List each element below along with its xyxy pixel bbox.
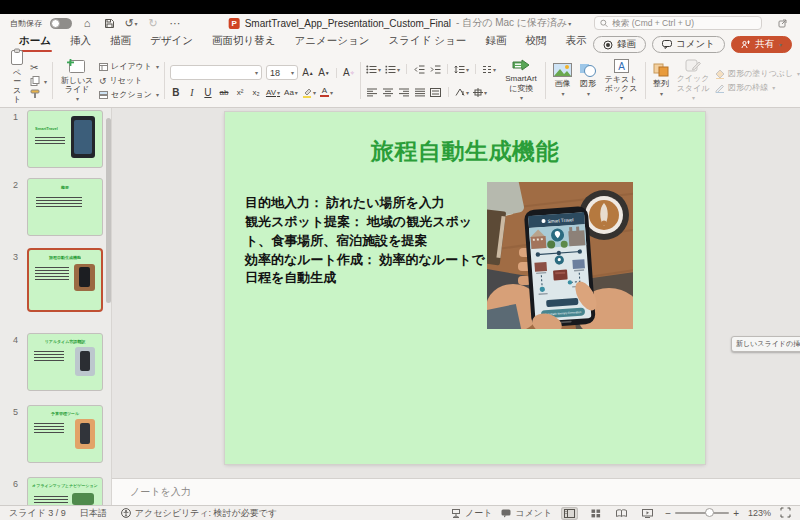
zoom-level-button[interactable]: 123% <box>748 508 771 518</box>
slide-canvas[interactable]: 旅程自動生成機能 目的地入力： 訪れたい場所を入力 観光スポット提案： 地域の観… <box>225 112 705 464</box>
search-input[interactable] <box>612 18 756 28</box>
highlight-color-button[interactable] <box>302 86 316 99</box>
columns-button[interactable] <box>482 63 496 76</box>
shape-fill-button[interactable]: 図形の塗りつぶし <box>715 68 800 79</box>
tab-draw[interactable]: 描画 <box>109 31 132 54</box>
justify-icon <box>415 88 425 97</box>
tab-slideshow[interactable]: スライド ショー <box>387 31 467 54</box>
toggle-knob <box>51 19 60 28</box>
cut-button[interactable] <box>30 62 47 73</box>
notes-pane[interactable]: ノートを入力 <box>112 478 800 505</box>
numbering-button[interactable] <box>385 63 400 76</box>
titlebar-shortcut-button[interactable] <box>776 17 790 30</box>
distribute-text-button[interactable] <box>430 86 442 99</box>
quick-styles-icon <box>685 59 701 72</box>
align-right-button[interactable] <box>398 86 410 99</box>
slide-thumbnail-1[interactable]: SmartTravel <box>27 110 103 168</box>
paste-button[interactable]: ペースト <box>7 47 27 115</box>
tab-animations[interactable]: アニメーション <box>293 31 370 54</box>
slide-thumbnail-2[interactable]: 概要 <box>27 178 103 236</box>
view-normal-button[interactable] <box>561 507 578 520</box>
tab-transitions[interactable]: 画面切り替え <box>211 31 277 54</box>
slide-thumbnail-5[interactable]: 予算管理ツール <box>27 405 103 463</box>
powerpoint-window: 自動保存 P SmartTravel_App_Presentation_Cust… <box>0 0 800 520</box>
save-status[interactable]: - 自分の Mac に保存済み <box>456 16 571 30</box>
line-spacing-button[interactable] <box>454 63 469 76</box>
text-direction-button[interactable] <box>455 86 469 99</box>
thumbnail-scrollbar[interactable] <box>106 118 111 303</box>
change-case-button[interactable]: Aa <box>284 86 298 99</box>
tab-record[interactable]: 録画 <box>484 31 507 54</box>
underline-button[interactable]: U <box>202 86 214 99</box>
notes-toggle-button[interactable]: ノート <box>451 507 492 520</box>
zoom-slider-knob[interactable] <box>705 508 714 517</box>
tab-review[interactable]: 校閲 <box>524 31 547 54</box>
slide-thumbnail-4[interactable]: リアルタイム言語翻訳 <box>27 333 103 391</box>
shape-outline-button[interactable]: 図形の枠線 <box>715 82 800 93</box>
convert-smartart-button[interactable]: SmartArt に変換 <box>499 57 543 104</box>
justify-button[interactable] <box>414 86 426 99</box>
font-size-combo[interactable]: 18 <box>266 65 298 80</box>
language-button[interactable]: 日本語 <box>80 507 107 520</box>
arrange-button[interactable]: 整列 <box>651 62 671 98</box>
comments-button[interactable]: コメント <box>652 36 725 53</box>
font-color-button[interactable]: A <box>320 86 333 99</box>
accessibility-button[interactable]: アクセシビリティ: 検討が必要です <box>121 507 277 520</box>
comments-toggle-button[interactable]: コメント <box>501 507 552 520</box>
tab-view[interactable]: 表示 <box>564 31 587 54</box>
save-button[interactable] <box>102 17 116 30</box>
slide-thumbnail-panel: 1 SmartTravel 2 概要 3 旅程自動生成機能 4 リアルタイム言語… <box>0 108 112 505</box>
clear-formatting-button[interactable]: A✧ <box>343 66 355 79</box>
slide-thumbnail-3-selected[interactable]: 旅程自動生成機能 <box>27 248 103 312</box>
slide-image-phone-travel-app[interactable]: Smart Travel <box>487 182 633 329</box>
record-button[interactable]: 録画 <box>593 36 646 53</box>
italic-button[interactable]: I <box>186 86 198 99</box>
fit-slide-button[interactable] <box>780 507 791 520</box>
increase-indent-button[interactable] <box>429 63 441 76</box>
undo-button[interactable] <box>124 17 138 30</box>
share-button[interactable]: 共有 <box>731 36 792 53</box>
layout-button[interactable]: レイアウト <box>99 61 159 72</box>
insert-picture-button[interactable]: 画像 <box>551 62 574 98</box>
align-text-button[interactable] <box>473 86 487 99</box>
strikethrough-button[interactable]: ab <box>218 86 230 99</box>
insert-shapes-button[interactable]: 図形 <box>577 62 599 98</box>
new-slide-button[interactable]: 新しいスライド <box>58 57 96 104</box>
tab-design[interactable]: デザイン <box>149 31 194 54</box>
home-button[interactable] <box>80 17 94 30</box>
insert-textbox-button[interactable]: A テキスト ボックス <box>602 58 640 103</box>
columns-icon <box>482 65 492 74</box>
section-button[interactable]: セクション <box>99 89 159 100</box>
zoom-slider[interactable] <box>675 512 729 514</box>
autosave-toggle[interactable] <box>50 18 72 29</box>
quick-styles-button[interactable]: クイック スタイル <box>674 58 712 102</box>
slide-body-textbox[interactable]: 目的地入力： 訪れたい場所を入力 観光スポット提案： 地域の観光スポット、食事場… <box>245 194 485 288</box>
redo-button[interactable] <box>146 17 160 30</box>
zoom-in-button[interactable] <box>733 508 739 519</box>
search-field[interactable] <box>594 16 762 30</box>
reset-button[interactable]: リセット <box>99 75 159 86</box>
decrease-indent-button[interactable] <box>413 63 425 76</box>
view-reading-button[interactable] <box>613 507 630 520</box>
slide-title[interactable]: 旅程自動生成機能 <box>225 136 705 167</box>
character-spacing-button[interactable]: AV <box>266 86 280 99</box>
bold-button[interactable]: B <box>170 86 182 99</box>
copy-button[interactable] <box>30 76 47 86</box>
align-left-button[interactable] <box>366 86 378 99</box>
macos-menubar <box>0 0 800 14</box>
save-icon <box>104 18 115 29</box>
grow-font-button[interactable]: A▲ <box>302 66 314 79</box>
tab-insert[interactable]: 挿入 <box>69 31 92 54</box>
more-commands-button[interactable] <box>168 17 182 30</box>
zoom-out-button[interactable] <box>665 508 671 519</box>
font-name-combo[interactable] <box>170 65 262 80</box>
bullets-button[interactable] <box>366 63 381 76</box>
view-sorter-button[interactable] <box>587 507 604 520</box>
slide-thumbnail-6[interactable]: オフラインマップとナビゲーション <box>27 477 103 505</box>
format-painter-button[interactable] <box>30 89 47 99</box>
view-slideshow-button[interactable] <box>639 507 656 520</box>
subscript-button[interactable]: x₂ <box>250 86 262 99</box>
shrink-font-button[interactable]: A▼ <box>318 66 330 79</box>
align-center-button[interactable] <box>382 86 394 99</box>
superscript-button[interactable]: x² <box>234 86 246 99</box>
